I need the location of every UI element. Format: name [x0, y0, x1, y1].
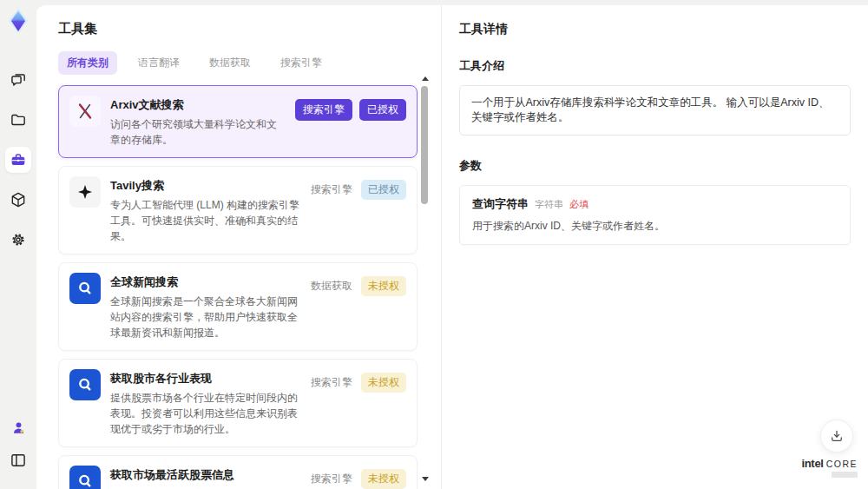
parameter-type: 字符串: [535, 198, 563, 211]
tab-data-fetch[interactable]: 数据获取: [201, 51, 260, 75]
user-icon[interactable]: [5, 414, 31, 440]
parameter-required-flag: 必填: [569, 198, 589, 211]
tool-intro-box: 一个用于从Arxiv存储库搜索科学论文和文章的工具。 输入可以是Arxiv ID…: [459, 85, 851, 135]
tab-all-categories[interactable]: 所有类别: [58, 51, 117, 75]
tool-category-label: 搜索引擎: [309, 373, 354, 393]
tool-category-badge: 搜索引擎: [295, 99, 352, 121]
tool-status-badge: 未授权: [361, 276, 406, 296]
parameter-card: 查询字符串 字符串 必填 用于搜索的Arxiv ID、关键字或作者姓名。: [459, 185, 851, 245]
tool-status-badge: 已授权: [361, 180, 406, 200]
page-title: 工具集: [58, 21, 418, 37]
cube-icon[interactable]: [5, 187, 31, 213]
detail-title: 工具详情: [459, 22, 851, 37]
folder-icon[interactable]: [5, 107, 31, 133]
tool-card-tavily[interactable]: Tavily搜索 专为人工智能代理 (LLM) 构建的搜索引擎工具。可快速提供实…: [58, 166, 418, 254]
main-panel: 工具集 所有类别 语言翻译 数据获取 搜索引擎 Arxiv文献搜索 访问各个研究…: [36, 5, 868, 489]
tavily-icon: [69, 176, 101, 208]
parameter-description: 用于搜索的Arxiv ID、关键字或作者姓名。: [472, 219, 838, 234]
scrollbar-thumb[interactable]: [421, 86, 428, 204]
tab-search-engine[interactable]: 搜索引擎: [272, 51, 331, 75]
tool-description: 提供股票市场各个行业在特定时间段内的表现。投资者可以利用这些信息来识别表现优于或…: [110, 390, 299, 437]
chat-icon[interactable]: [5, 67, 31, 93]
active-stocks-icon: [69, 466, 101, 489]
brand-core-text: CORE: [826, 459, 858, 469]
news-search-icon: [69, 273, 101, 304]
scroll-down-arrow-icon[interactable]: [422, 477, 429, 481]
tool-card-global-news[interactable]: 全球新闻搜索 全球新闻搜索是一个聚合全球各大新闻网站内容的搜索引擎，帮助用户快速…: [58, 262, 418, 351]
download-icon: [829, 428, 845, 444]
tool-description: 全球新闻搜索是一个聚合全球各大新闻网站内容的搜索引擎，帮助用户快速获取全球最新资…: [110, 294, 299, 340]
tool-category-label: 搜索引擎: [309, 469, 354, 489]
tab-language-translation[interactable]: 语言翻译: [129, 51, 188, 75]
tool-name: 全球新闻搜索: [110, 274, 299, 290]
tool-card-arxiv[interactable]: Arxiv文献搜索 访问各个研究领域大量科学论文和文章的存储库。 搜索引擎 已授…: [58, 85, 418, 158]
list-scrollbar[interactable]: [421, 76, 429, 481]
tool-status-badge: 未授权: [361, 373, 406, 393]
arxiv-icon: [69, 96, 101, 127]
tool-list: Arxiv文献搜索 访问各个研究领域大量科学论文和文章的存储库。 搜索引擎 已授…: [58, 85, 418, 489]
brand-intel-text: intel: [801, 458, 823, 469]
brand-sub-badge: [832, 472, 858, 478]
download-button[interactable]: [820, 420, 853, 453]
tool-name: Arxiv文献搜索: [110, 97, 286, 113]
tool-category-label: 搜索引擎: [309, 180, 354, 200]
app-logo-gem-icon[interactable]: [5, 8, 31, 34]
tool-name: 获取市场最活跃股票信息: [110, 467, 299, 483]
tool-description: 访问各个研究领域大量科学论文和文章的存储库。: [110, 116, 286, 148]
tool-name: Tavily搜索: [110, 178, 299, 194]
params-heading: 参数: [459, 158, 851, 174]
tool-status-badge: 未授权: [361, 469, 406, 489]
sidebar: [0, 0, 36, 489]
briefcase-icon[interactable]: [5, 147, 31, 173]
stock-sector-icon: [69, 369, 101, 400]
gear-icon[interactable]: [5, 227, 31, 253]
tool-category-label: 数据获取: [309, 276, 354, 296]
tool-details-pane: 工具详情 工具介绍 一个用于从Arxiv存储库搜索科学论文和文章的工具。 输入可…: [441, 5, 868, 489]
panel-toggle-icon[interactable]: [5, 447, 31, 473]
toolset-pane: 工具集 所有类别 语言翻译 数据获取 搜索引擎 Arxiv文献搜索 访问各个研究…: [36, 5, 441, 489]
category-tabs: 所有类别 语言翻译 数据获取 搜索引擎: [58, 51, 418, 75]
tool-card-active-stocks[interactable]: 获取市场最活跃股票信息 提供当天交易量最高的股票列表，投资者可以利用这些信息来识…: [58, 455, 418, 489]
tool-status-badge: 已授权: [359, 99, 406, 121]
scroll-up-arrow-icon[interactable]: [422, 76, 429, 81]
intro-heading: 工具介绍: [459, 58, 851, 74]
parameter-name: 查询字符串: [472, 196, 529, 212]
tool-card-stock-sectors[interactable]: 获取股市各行业表现 提供股票市场各个行业在特定时间段内的表现。投资者可以利用这些…: [58, 359, 418, 447]
tool-description: 专为人工智能代理 (LLM) 构建的搜索引擎工具。可快速提供实时、准确和真实的结…: [110, 197, 299, 244]
intel-core-logo: intel CORE: [801, 458, 858, 478]
tool-name: 获取股市各行业表现: [110, 371, 299, 387]
